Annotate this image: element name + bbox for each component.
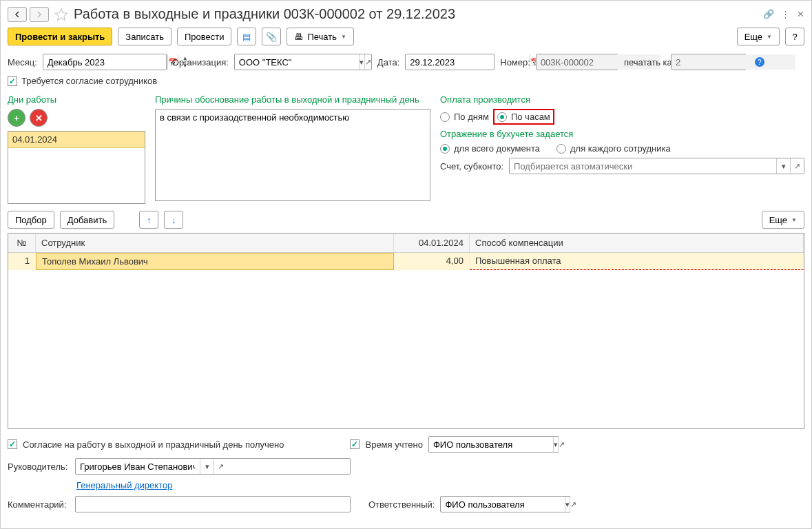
attach-button[interactable]: 📎 [262,28,281,45]
day-item[interactable]: 04.01.2024 [8,132,145,148]
chevron-down-icon: ▼ [791,217,797,223]
cell-compensation[interactable]: Повышенная оплата [470,253,804,270]
accounting-whole-doc-label: для всего документа [454,143,540,154]
responsible-label: Ответственный: [368,499,435,510]
accounting-label: Отражение в бухучете задается [440,129,804,139]
account-label: Счет, субконто: [440,161,503,172]
time-user-input[interactable] [429,437,553,452]
month-input[interactable] [43,54,167,70]
col-compensation: Способ компенсации [470,234,804,252]
more-button[interactable]: Еще ▼ [737,28,780,45]
reasons-textarea[interactable] [155,109,430,201]
account-input[interactable] [510,158,776,174]
print-as-input [672,54,795,70]
accounting-each-emp-radio[interactable] [556,144,566,154]
payment-by-hours-radio[interactable] [497,112,507,122]
chevron-down-icon[interactable]: ▾ [565,497,570,512]
payment-by-hours-label: По часам [511,112,550,122]
payment-by-days-label: По дням [454,112,489,122]
payment-label: Оплата производится [440,94,804,105]
consent-required-label: Требуется согласие сотрудников [21,76,157,86]
position-link[interactable]: Генеральный директор [76,480,172,490]
help-button[interactable]: ? [785,28,804,45]
paperclip-icon: 📎 [266,32,277,42]
col-number: № [8,234,36,252]
cell-hours[interactable]: 4,00 [394,253,470,270]
move-down-button[interactable]: ↓ [164,211,183,229]
responsible-input[interactable] [441,497,565,512]
kebab-menu-icon[interactable]: ⋮ [781,9,790,19]
report-button[interactable]: ▤ [237,28,256,45]
accounting-each-emp-label: для каждого сотрудника [570,143,671,154]
open-icon[interactable]: ↗ [364,54,371,70]
manager-label: Руководитель: [8,461,70,472]
close-icon[interactable]: ✕ [797,9,804,19]
payment-by-hours-highlight: По часам [493,109,554,125]
print-button[interactable]: 🖶 Печать ▼ [287,28,354,45]
comment-label: Комментарий: [8,499,70,510]
table-more-button[interactable]: Еще ▼ [762,211,804,229]
favorite-star-icon[interactable] [54,8,68,21]
days-list[interactable]: 04.01.2024 [8,131,145,204]
add-row-button[interactable]: Добавить [60,211,114,229]
cell-employee[interactable]: Тополев Михаил Львович [36,253,394,270]
link-icon[interactable]: 🔗 [763,9,774,19]
window-title: Работа в выходные и праздники 003К-00000… [74,6,760,22]
cell-number: 1 [8,253,36,270]
nav-back-button[interactable] [8,7,27,22]
time-accounted-checkbox[interactable] [350,439,360,449]
chevron-down-icon[interactable]: ▾ [359,54,364,70]
consent-received-label: Согласие на работу в выходной и празднич… [23,439,284,450]
chevron-down-icon: ▼ [341,34,346,40]
add-day-button[interactable]: + [8,109,25,127]
org-input[interactable] [235,54,359,70]
select-employees-button[interactable]: Подбор [8,211,54,229]
print-as-label: печатать как: [624,57,665,68]
open-icon[interactable]: ↗ [790,158,804,174]
comment-input[interactable] [76,497,200,512]
nav-forward-button[interactable] [30,7,49,22]
chevron-down-icon[interactable]: ▾ [200,459,214,474]
chevron-down-icon[interactable]: ▾ [553,437,558,452]
open-icon[interactable]: ↗ [558,437,565,452]
save-button[interactable]: Записать [118,28,171,45]
consent-required-checkbox[interactable] [8,76,17,86]
manager-input[interactable] [76,459,200,474]
chevron-down-icon: ▼ [767,34,772,40]
chevron-down-icon[interactable]: ▾ [776,158,790,174]
col-date: 04.01.2024 [394,234,470,252]
time-accounted-label: Время учтено [365,439,422,450]
post-button[interactable]: Провести [177,28,232,45]
accounting-whole-doc-radio[interactable] [440,144,450,154]
report-icon: ▤ [242,32,251,42]
employees-table: № Сотрудник 04.01.2024 Способ компенсаци… [8,233,804,429]
open-icon[interactable]: ↗ [214,459,227,474]
col-employee: Сотрудник [36,234,394,252]
date-label: Дата: [377,57,399,68]
number-label: Номер: [500,57,530,68]
days-label: Дни работы [8,94,145,105]
delete-day-button[interactable]: ✕ [30,109,48,127]
printer-icon: 🖶 [294,32,303,42]
open-icon[interactable]: ↗ [570,497,576,512]
post-and-close-button[interactable]: Провести и закрыть [8,28,112,45]
help-hint-icon[interactable]: ? [755,57,764,67]
consent-received-checkbox[interactable] [8,439,17,449]
payment-by-days-radio[interactable] [440,112,450,122]
month-label: Месяц: [8,57,37,68]
org-label: Организация: [172,57,229,68]
move-up-button[interactable]: ↑ [139,211,158,229]
table-row[interactable]: 1 Тополев Михаил Львович 4,00 Повышенная… [8,253,804,270]
reasons-label: Причины обоснование работы в выходной и … [155,94,430,105]
